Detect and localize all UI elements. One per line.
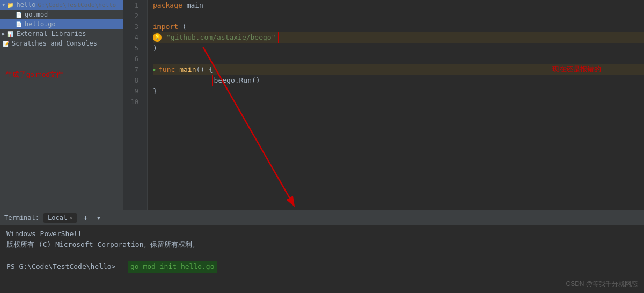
code-line-8: beego.Run() <box>153 75 644 86</box>
terminal-command: go mod init hello.go <box>128 261 217 273</box>
brace-close: } <box>153 86 157 97</box>
warning-icon: 💡 <box>153 33 162 42</box>
sidebar-scratches-label: Scratches and Consoles <box>12 40 97 47</box>
sidebar-path: G:\Code\TestCode\hello <box>38 2 116 9</box>
sidebar-hellogo-label: hello.go <box>25 20 56 28</box>
terminal-body: Windows PowerShell 版权所有 (C) Microsoft Co… <box>0 225 644 293</box>
terminal-prompt: PS G:\Code\TestCode\hello> <box>6 262 116 270</box>
paren-close: ) <box>153 43 157 54</box>
code-line-10 <box>153 97 644 107</box>
project-sidebar: ▼ 📁 hello G:\Code\TestCode\hello 📄 go.mo… <box>0 0 123 210</box>
line-num-3: 3 <box>123 21 143 32</box>
sidebar-item-hello-go[interactable]: 📄 hello.go <box>0 19 123 29</box>
code-line-2 <box>153 11 644 21</box>
line-num-6: 6 <box>123 54 143 64</box>
kw-import: import <box>153 21 178 32</box>
code-line-3: import ( <box>153 21 644 32</box>
sidebar-item-go-mod[interactable]: 📄 go.mod <box>0 10 123 19</box>
pkg-main: main <box>187 0 203 11</box>
code-line-5: ) <box>153 43 644 54</box>
line-num-1: 1 <box>123 0 143 11</box>
sidebar-libs-label: External Libraries <box>16 30 86 38</box>
sidebar-item-hello-label: hello <box>16 1 35 9</box>
code-line-6 <box>153 54 644 64</box>
code-line-9: } <box>153 86 644 97</box>
paren-open: ( <box>182 21 187 32</box>
code-line-4: 💡 "github.com/astaxie/beego" <box>153 32 644 43</box>
chevron-right-icon: ▶ <box>2 31 5 36</box>
mod-file-icon: 📄 <box>15 11 23 18</box>
editor-content: 1 2 3 4 5 6 7 8 9 10 package main <box>123 0 644 210</box>
terminal-add-button[interactable]: + <box>81 214 90 222</box>
sidebar-gomod-label: go.mod <box>25 11 48 18</box>
sidebar-item-scratches[interactable]: 📝 Scratches and Consoles <box>0 39 123 48</box>
scratches-icon: 📝 <box>2 40 10 47</box>
terminal-panel: Terminal: Local ✕ + ▾ Windows PowerShell… <box>0 210 644 293</box>
kw-package: package <box>153 0 182 11</box>
beego-run-call: beego.Run() <box>212 75 262 86</box>
folder-icon: 📁 <box>6 1 14 9</box>
code-line-1: package main <box>153 0 644 11</box>
go-file-icon: 📄 <box>15 20 23 28</box>
terminal-label: Terminal: <box>4 214 39 222</box>
code-editor[interactable]: package main import ( 💡 "github.com/asta… <box>148 0 644 210</box>
line-num-2: 2 <box>123 11 143 21</box>
editor-area: 1 2 3 4 5 6 7 8 9 10 package main <box>123 0 644 210</box>
sidebar-item-hello-folder[interactable]: ▼ 📁 hello G:\Code\TestCode\hello <box>0 0 123 10</box>
line-num-8: 8 <box>123 75 143 86</box>
line-numbers: 1 2 3 4 5 6 7 8 9 10 <box>123 0 148 210</box>
line-num-4: 4 <box>123 32 143 43</box>
import-string: "github.com/astaxie/beego" <box>164 32 279 43</box>
chevron-down-icon: ▼ <box>2 2 5 8</box>
line-num-5: 5 <box>123 43 143 54</box>
terminal-line-command: PS G:\Code\TestCode\hello> go mod init h… <box>6 261 638 273</box>
terminal-line-powershell: Windows PowerShell <box>6 229 638 239</box>
csdn-watermark: CSDN @等我千分就网恋 <box>566 280 638 289</box>
annotation-right-label: 现在还是报错的 <box>552 64 601 74</box>
terminal-tabs: Terminal: Local ✕ + ▾ <box>0 210 644 225</box>
terminal-dropdown-button[interactable]: ▾ <box>94 214 103 222</box>
lib-icon: 📊 <box>6 30 14 38</box>
terminal-line-copyright: 版权所有 (C) Microsoft Corporation。保留所有权利。 <box>6 239 638 250</box>
ide-main: ▼ 📁 hello G:\Code\TestCode\hello 📄 go.mo… <box>0 0 644 210</box>
terminal-local-tab[interactable]: Local ✕ <box>43 213 77 223</box>
terminal-local-label: Local <box>48 214 67 222</box>
line-num-7: 7 <box>123 64 143 75</box>
sidebar-item-external-libs[interactable]: ▶ 📊 External Libraries <box>0 29 123 39</box>
terminal-line-blank <box>6 250 638 261</box>
line-num-10: 10 <box>123 97 143 107</box>
annotation-left-label: 生成了go.mod文件 <box>5 70 63 79</box>
terminal-tab-close-icon[interactable]: ✕ <box>69 215 72 221</box>
line-num-9: 9 <box>123 86 143 97</box>
